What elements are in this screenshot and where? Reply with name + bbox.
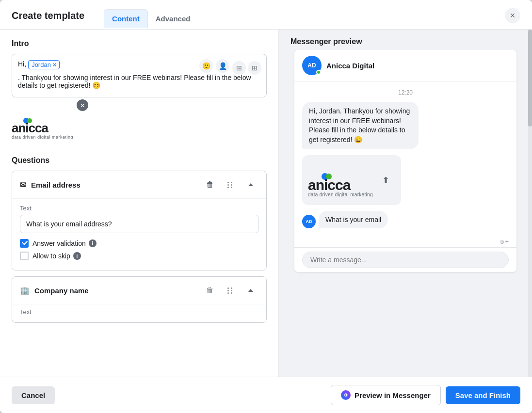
messenger-preview-header: Messenger preview [279, 30, 532, 50]
email-icon: ✉ [20, 180, 26, 190]
answer-validation-checkbox[interactable] [20, 239, 29, 248]
compose-input[interactable] [302, 252, 509, 268]
cancel-button[interactable]: Cancel [12, 386, 55, 404]
image-container: × anicca data driven digital marketing [12, 103, 84, 144]
image-bubble-row: anicca data driven digital marketing ⬆ [302, 155, 509, 205]
allow-skip-info[interactable]: i [73, 252, 81, 260]
scrollbar-track [528, 30, 532, 377]
intro-body: . Thankyou for showing interest in our F… [18, 74, 260, 89]
email-question-card: ✉ Email address 🗑 [12, 171, 267, 270]
plus-icon2: ⊞ [252, 64, 258, 72]
company-header-actions: 🗑 [202, 283, 258, 298]
emoji-button[interactable]: 🙂 [199, 59, 213, 73]
drag-icon [227, 182, 233, 188]
email-text-input[interactable] [20, 215, 258, 233]
scrollbar-thumb[interactable] [528, 30, 532, 127]
email-field-label: Text [20, 205, 258, 212]
preview-in-messenger-button[interactable]: ✈ Preview in Messenger [331, 385, 441, 405]
company-trash-icon: 🗑 [206, 286, 214, 295]
image-delete-button[interactable]: × [77, 99, 88, 111]
smiley-icon: 🙂 [202, 62, 210, 70]
intro-section: Intro Hi, Jordan × . Thankyou for showin… [12, 39, 267, 97]
svg-text:data driven digital marketing: data driven digital marketing [12, 135, 73, 139]
name-tag-remove[interactable]: × [53, 62, 56, 68]
partial-message-bubble: What is your email [319, 211, 388, 228]
allow-skip-checkbox[interactable] [20, 252, 29, 260]
questions-title: Questions [12, 156, 267, 165]
intro-greeting: Hi, [18, 60, 26, 68]
add-icon-btn2[interactable]: ⊞ [248, 61, 261, 75]
email-collapse-button[interactable] [243, 177, 258, 192]
answer-validation-label: Answer validation i [32, 239, 97, 247]
answer-validation-row: Answer validation i [20, 239, 258, 248]
person-button[interactable]: 👤 [216, 59, 229, 73]
company-question-header: 🏢 Company name 🗑 [12, 277, 266, 304]
online-indicator [316, 70, 321, 75]
mini-avatar: AD [302, 215, 316, 228]
messenger-window: AD Anicca Digital 12:20 Hi, Jordan. Than… [294, 50, 516, 272]
intro-text-box[interactable]: Hi, Jordan × . Thankyou for showing inte… [12, 54, 267, 97]
add-icon-btn1[interactable]: ⊞ [232, 61, 246, 75]
tabs: Content Advanced [92, 9, 210, 28]
modal-header: Create template Content Advanced × [0, 0, 532, 30]
email-question-body: Text Answer validation i [12, 198, 266, 270]
right-panel: Messenger preview AD Anicca Digital [279, 30, 532, 377]
delete-icon: × [81, 102, 84, 109]
avatar-bubble-group: AD What is your email [302, 211, 388, 228]
intro-icon-group: 🙂 👤 ⊞ ⊞ [199, 59, 261, 75]
svg-text:data driven digital marketing: data driven digital marketing [308, 192, 373, 197]
company-field-label: Text [20, 308, 258, 316]
company-collapse-button[interactable] [243, 283, 258, 298]
answer-validation-info[interactable]: i [89, 239, 97, 247]
create-template-modal: Create template Content Advanced × Intro… [0, 0, 532, 413]
chat-area: 12:20 Hi, Jordan. Thankyou for showing i… [294, 81, 516, 236]
plus-icon1: ⊞ [236, 64, 242, 72]
company-drag-button[interactable] [223, 283, 238, 298]
message-timestamp: 12:20 [302, 89, 509, 96]
emoji-add-row: ☺+ [294, 236, 516, 247]
messenger-top-bar: AD Anicca Digital [294, 50, 516, 81]
image-bubble: anicca data driven digital marketing ⬆ [302, 155, 401, 205]
allow-skip-label: Allow to skip i [32, 252, 81, 260]
save-and-finish-button[interactable]: Save and Finish [446, 386, 520, 404]
messenger-preview-scroll: AD Anicca Digital 12:20 Hi, Jordan. Than… [279, 50, 532, 377]
emoji-add-label[interactable]: ☺+ [499, 238, 509, 245]
questions-section: Questions ✉ Email address 🗑 [12, 156, 267, 323]
footer-right: ✈ Preview in Messenger Save and Finish [331, 385, 520, 405]
person-icon: 👤 [219, 62, 227, 70]
chevron-up-icon [248, 183, 253, 186]
anicca-logo-container: anicca data driven digital marketing [12, 103, 84, 144]
modal-title: Create template [12, 10, 84, 27]
main-bubble-row: Hi, Jordan. Thankyou for showing interes… [302, 102, 509, 149]
name-tag-text: Jordan [32, 61, 51, 68]
main-message-bubble: Hi, Jordan. Thankyou for showing interes… [302, 102, 419, 149]
company-chevron-icon [248, 289, 253, 292]
compose-area [294, 247, 516, 272]
company-question-card: 🏢 Company name 🗑 [12, 276, 267, 323]
svg-text:anicca: anicca [308, 177, 351, 193]
email-header-actions: 🗑 [202, 177, 258, 192]
partial-bubble-row: AD What is your email [302, 211, 509, 228]
left-panel: Intro Hi, Jordan × . Thankyou for showin… [0, 30, 279, 377]
close-button[interactable]: × [505, 8, 520, 23]
trash-icon: 🗑 [206, 180, 214, 189]
share-icon: ⬆ [382, 175, 389, 185]
close-icon: × [510, 11, 516, 21]
company-header-left: 🏢 Company name [20, 286, 89, 295]
image-bubble-inner: anicca data driven digital marketing ⬆ [308, 161, 395, 199]
modal-body: Intro Hi, Jordan × . Thankyou for showin… [0, 30, 532, 377]
name-tag: Jordan × [28, 60, 60, 69]
email-header-left: ✉ Email address [20, 180, 81, 190]
company-delete-button[interactable]: 🗑 [202, 283, 218, 298]
tab-content[interactable]: Content [104, 9, 148, 28]
svg-text:anicca: anicca [12, 121, 48, 135]
email-question-header: ✉ Email address 🗑 [12, 171, 266, 198]
avatar-text: AD [307, 62, 316, 69]
company-icon: 🏢 [20, 286, 30, 295]
email-delete-button[interactable]: 🗑 [202, 177, 218, 192]
email-drag-button[interactable] [223, 177, 238, 192]
right-panel-inner: Messenger preview AD Anicca Digital [279, 30, 532, 377]
share-button[interactable]: ⬆ [382, 175, 389, 186]
messenger-icon: ✈ [341, 390, 351, 400]
tab-advanced[interactable]: Advanced [148, 9, 198, 28]
